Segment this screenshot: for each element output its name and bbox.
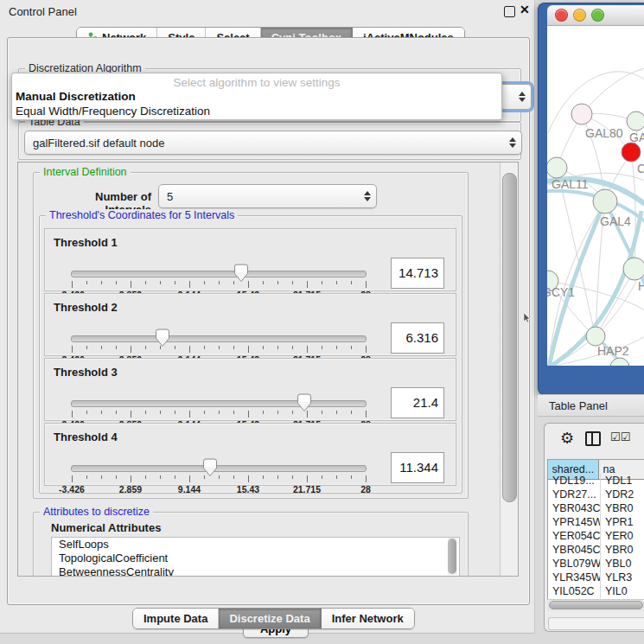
threshold-value-field[interactable]: 21.4 — [391, 387, 444, 418]
table-row[interactable]: YBR043CYBR0 — [548, 501, 644, 515]
attribute-list-item[interactable]: BetweennessCentrality — [52, 565, 459, 577]
slider-tick — [160, 411, 161, 414]
scrollbar-thumb[interactable] — [549, 601, 643, 609]
threshold-value-field[interactable]: 14.713 — [391, 258, 444, 289]
tab-infer-network[interactable]: Infer Network — [322, 609, 414, 628]
table-data-combobox[interactable]: galFiltered.sif default node — [24, 131, 522, 155]
checkbox-pair-icon[interactable]: ☑☑ — [610, 430, 630, 443]
cell-name[interactable]: YER0 — [601, 529, 644, 543]
network-node[interactable] — [547, 157, 567, 178]
close-light-icon[interactable] — [555, 9, 568, 22]
table-row[interactable]: YBR045CYBR0 — [548, 543, 644, 557]
cell-shared-name[interactable]: YER054C — [548, 529, 601, 543]
table-row[interactable]: YPR145WYPR1 — [548, 515, 644, 529]
slider-tick — [292, 411, 293, 414]
cell-name[interactable]: YBR0 — [601, 501, 644, 515]
slider-tick — [189, 281, 190, 288]
slider-track[interactable] — [71, 400, 367, 407]
network-node[interactable] — [610, 358, 629, 366]
minimize-light-icon[interactable] — [573, 9, 586, 22]
table-row[interactable]: YDR27...YDR2 — [548, 488, 644, 501]
slider-tick — [336, 411, 337, 414]
split-columns-icon[interactable] — [585, 431, 601, 446]
combo-value: 5 — [167, 190, 173, 203]
threshold-panel: Threshold 2 6.316 -3.4262.8599.14415.432… — [44, 293, 456, 356]
node-label: HAP2 — [597, 344, 629, 358]
network-window-titlebar[interactable] — [547, 5, 644, 26]
cell-shared-name[interactable]: YDL19... — [548, 474, 601, 488]
slider-tick-label: 28 — [344, 484, 387, 494]
slider-tick — [219, 346, 220, 349]
slider-thumb-icon[interactable] — [155, 328, 170, 348]
threshold-panel: Threshold 3 21.4 -3.4262.8599.14415.4321… — [44, 358, 456, 421]
table-panel-header[interactable]: Table Panel — [538, 394, 644, 417]
dropdown-item-manual-discretization[interactable]: Manual Discretization — [12, 89, 501, 104]
cell-name[interactable]: YBR0 — [601, 543, 644, 557]
cyni-bottom-tabs: Impute DataDiscretize DataInfer Network — [132, 608, 415, 629]
table-row[interactable]: YLR345WYLR3 — [548, 571, 644, 584]
settings-scrollbar[interactable] — [500, 163, 518, 576]
network-canvas[interactable]: GAL80GACGAL11GAL4GCY1HHAP2 — [547, 26, 644, 366]
tab-impute-data[interactable]: Impute Data — [133, 609, 219, 628]
attribute-list-item[interactable]: SelfLoops — [52, 538, 459, 552]
cell-name[interactable]: YDR2 — [601, 488, 644, 501]
cell-name[interactable]: YLR3 — [601, 571, 644, 584]
table-horizontal-scrollbar[interactable] — [547, 599, 644, 611]
table-row[interactable]: YBL079WYBL0 — [548, 557, 644, 571]
table-row[interactable]: YIL052CYIL0 — [548, 584, 644, 598]
network-node[interactable] — [593, 189, 617, 214]
float-window-icon[interactable] — [504, 6, 515, 17]
threshold-value-field[interactable]: 6.316 — [391, 322, 444, 354]
slider-thumb-icon[interactable] — [233, 264, 249, 283]
cell-shared-name[interactable]: YBR045C — [548, 543, 601, 557]
gear-icon[interactable]: ⚙ — [560, 429, 574, 448]
zoom-light-icon[interactable] — [591, 9, 604, 22]
slider-tick — [277, 411, 278, 414]
slider-track[interactable] — [71, 335, 367, 342]
attribute-list-item[interactable]: TopologicalCoefficient — [52, 552, 459, 565]
network-node[interactable] — [586, 327, 605, 346]
slider-tick — [248, 411, 249, 418]
slider-thumb-icon[interactable] — [202, 458, 218, 477]
dropdown-prompt-item[interactable]: Select algorithm to view settings — [12, 73, 501, 89]
slider-track[interactable] — [71, 465, 367, 472]
network-node[interactable] — [622, 143, 641, 162]
table-row[interactable]: YER054CYER0 — [548, 529, 644, 543]
network-node[interactable] — [571, 104, 592, 124]
slider-tick — [145, 475, 146, 479]
slider-tick — [175, 346, 175, 349]
slider-thumb-icon[interactable] — [296, 393, 312, 412]
tab-discretize-data[interactable]: Discretize Data — [219, 609, 321, 628]
network-node[interactable] — [623, 258, 644, 280]
slider-track[interactable] — [71, 271, 367, 277]
slider-tick — [366, 281, 367, 288]
table-row[interactable]: YDL19...YDL1 — [548, 474, 644, 488]
threshold-value-field[interactable]: 11.344 — [391, 452, 444, 483]
cell-shared-name[interactable]: YBR043C — [548, 501, 601, 515]
slider-tick — [336, 281, 337, 284]
cell-shared-name[interactable]: YPR145W — [548, 515, 601, 529]
slider-tick — [131, 475, 131, 482]
cell-name[interactable]: YBL0 — [601, 557, 644, 571]
cell-shared-name[interactable]: YLR345W — [548, 571, 601, 584]
group-title: Attributes to discretize — [40, 506, 153, 519]
threshold-label: Threshold 1 — [54, 236, 118, 249]
dropdown-item-equal-width-frequency[interactable]: Equal Width/Frequency Discretization — [12, 104, 501, 118]
cell-name[interactable]: YDL1 — [601, 474, 644, 488]
cell-shared-name[interactable]: YIL052C — [548, 584, 601, 598]
cell-name[interactable]: YPR1 — [601, 515, 644, 529]
attributes-list-scrollbar[interactable] — [448, 538, 457, 575]
number-of-intervals-combobox[interactable]: 5 — [158, 184, 377, 208]
scrollbar-thumb[interactable] — [502, 173, 517, 502]
combo-stepper-icon — [509, 137, 516, 148]
cell-shared-name[interactable]: YBL079W — [548, 557, 601, 571]
network-node[interactable] — [627, 112, 644, 131]
group-title: Threshold's Coordinates for 5 Intervals — [46, 209, 238, 222]
numerical-attributes-list[interactable]: SelfLoopsTopologicalCoefficientBetweenne… — [51, 537, 460, 577]
node-label: GA — [629, 131, 644, 144]
close-icon[interactable]: ✕ — [520, 3, 530, 16]
cell-shared-name[interactable]: YDR27... — [548, 488, 601, 501]
slider-tick — [204, 346, 205, 349]
settings-viewport: Interval Definition Number of Intervals … — [17, 162, 519, 577]
cell-name[interactable]: YIL0 — [601, 584, 644, 598]
